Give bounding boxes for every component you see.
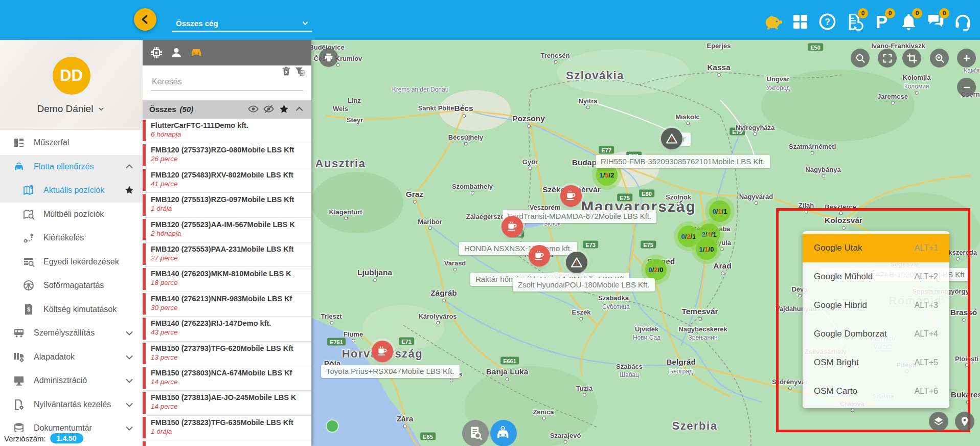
vehicle-group-header[interactable]: Összes (50) [143, 100, 311, 119]
vehicle-map-tooltip: Toyota Prius+RSX047Mobile LBS Kft. [321, 365, 460, 378]
vehicle-name: FMB120 (275523)AA-IM-567Mobile LBS K [151, 220, 308, 229]
apps-grid-icon[interactable] [791, 13, 809, 31]
chevron-down-icon[interactable] [124, 399, 134, 410]
map-place-label: Београд [669, 368, 693, 375]
layer-option-google-utak[interactable]: Google UtakALT+1 [803, 234, 949, 262]
sidebar-item-sof-rmagatart-s[interactable]: Sofőrmagatartás [0, 274, 143, 298]
favorites-star-icon[interactable] [279, 104, 289, 115]
vehicle-stop-marker[interactable] [502, 216, 523, 237]
road-number-badge: E50 [808, 43, 823, 51]
vehicle-list-item[interactable]: FMB150 (273813)AE-JO-245Mobile LBS K14 p… [143, 391, 311, 415]
vehicle-list-item[interactable]: FMB120 (275523)AA-IM-567Mobile LBS K2 hó… [143, 218, 311, 242]
map-place-label: Klagenfurt [329, 208, 362, 216]
vehicle-list-item[interactable]: FMB120 (275373)RZG-080Mobile LBS Kft26 p… [143, 143, 311, 168]
vehicle-name: FMB120 (275373)RZG-080Mobile LBS Kft [151, 146, 308, 154]
hide-all-icon[interactable] [263, 104, 274, 115]
sidebar-item-alapadatok[interactable]: Alapadatok [0, 345, 143, 369]
vehicle-last-report-age: 26 perce [151, 155, 308, 163]
vehicle-list-item[interactable]: FMB150 (273803)NCA-674Mobile LBS Kf14 pe… [143, 366, 311, 391]
poi-button[interactable] [955, 412, 974, 431]
vehicle-list: FlutterCarFTC-111Demo kft.6 hónapjaFMB12… [143, 119, 311, 446]
layer-option-google-hibrid[interactable]: Google HibridALT+3 [803, 291, 949, 320]
chevron-down-icon[interactable] [124, 423, 134, 433]
show-all-icon[interactable] [248, 104, 259, 115]
sidebar-item-adminisztr-ci-[interactable]: Adminisztráció [0, 369, 143, 393]
sidebar-item-label: Személyszállítás [34, 328, 95, 338]
zoom-to-selection-button[interactable] [930, 49, 949, 68]
collapse-sidebar-button[interactable] [134, 8, 156, 31]
vehicle-list-item[interactable]: FMB120 (275553)PAA-231Mobile LBS Kft27 p… [143, 242, 311, 267]
print-map-button[interactable] [319, 48, 338, 67]
vehicles-tab[interactable] [190, 46, 203, 59]
sidebar-item-nyilv-ntart-s-kezel-s[interactable]: Nyilvántartás kezelés [0, 393, 143, 417]
zoom-in-button[interactable] [957, 49, 976, 68]
vehicle-stop-marker[interactable] [372, 341, 393, 362]
sidebar-item-flotta-ellen-rz-s[interactable]: Flotta ellenőrzés [0, 155, 143, 179]
chevron-down-icon[interactable] [124, 352, 134, 362]
map-place-label: Szarajevó [550, 432, 581, 439]
parking-icon[interactable]: P0 [873, 13, 891, 31]
map-place-label: Sankt Pölten [418, 104, 459, 112]
piggy-bank-icon[interactable] [764, 13, 782, 31]
map-place-label: Zenica [533, 408, 554, 416]
chevron-down-icon[interactable] [124, 375, 134, 386]
drivers-tab[interactable] [170, 46, 183, 59]
vehicle-list-item[interactable]: FMB140 (276213)NNR-983Mobile LBS Kf30 pe… [143, 292, 311, 317]
vehicle-list-item[interactable]: FMB120 (275483)RXV-802Mobile LBS Kft41 p… [143, 168, 311, 193]
chevron-up-icon[interactable] [124, 162, 134, 172]
filter-list-icon[interactable] [294, 65, 305, 77]
notifications-icon[interactable]: 0 [900, 13, 918, 31]
vehicle-alert-marker[interactable] [661, 128, 682, 149]
map-place-label: Коломия [904, 83, 929, 90]
map-search-button[interactable] [851, 49, 870, 68]
company-select[interactable]: Összes cég [172, 15, 312, 32]
layer-option-osm-carto[interactable]: OSM CartoALT+6 [803, 377, 949, 406]
devices-tab[interactable] [150, 46, 163, 59]
vehicle-list-item[interactable]: FMB150 (273793)TFG-620Mobile LBS Kft13 p… [143, 342, 311, 366]
user-menu[interactable]: Demo Dániel [37, 103, 106, 115]
layer-option-label: Google Hibrid [814, 300, 867, 310]
zoom-out-button[interactable] [957, 78, 976, 97]
vehicle-alert-marker[interactable] [566, 252, 587, 273]
panel-tab-bar [143, 40, 311, 65]
fullscreen-button[interactable] [878, 49, 897, 68]
vehicle-list-item-partial[interactable] [143, 440, 311, 446]
vehicle-list-item[interactable]: FMB140 (276203)MKM-810Mobile LBS K18 per… [143, 267, 311, 292]
sidebar-item-szem-lysz-ll-t-s[interactable]: Személyszállítás [0, 321, 143, 345]
clear-filter-icon[interactable] [281, 65, 292, 77]
messages-icon[interactable]: 0 [927, 13, 945, 31]
vehicle-list-item[interactable]: FlutterCarFTC-111Demo kft.6 hónapja [143, 119, 311, 143]
vehicle-info-button[interactable] [490, 420, 517, 446]
vehicle-stop-marker[interactable] [529, 245, 550, 266]
report-sync-icon[interactable]: 0 [846, 13, 863, 31]
cluster-count: 2 [654, 266, 657, 274]
vehicle-cluster-marker[interactable]: 1/1/0 [692, 234, 721, 264]
map-canvas[interactable]: SzlovákiaAusztriaMagyarországHorvátorszá… [311, 39, 980, 446]
sidebar-item-m-ltb-li-poz-ci-k[interactable]: Múltbéli pozíciók [0, 203, 143, 227]
sidebar-item-k-lts-g-kimutat-sok[interactable]: $Költség kimutatások [0, 298, 143, 322]
support-headset-icon[interactable] [954, 13, 972, 31]
vehicle-list-item[interactable]: FMB120 (275513)RZG-097Mobile LBS Kft1 ór… [143, 193, 311, 217]
chevron-down-icon[interactable] [124, 328, 134, 338]
vehicle-list-item[interactable]: FMB140 (276223)RIJ-147Demo kft.43 perce [143, 317, 311, 341]
collapse-group-icon[interactable] [294, 104, 305, 115]
vehicle-list-item[interactable]: FMB150 (273823)TFG-635Mobile LBS Kft1 ór… [143, 416, 311, 440]
layers-button[interactable] [929, 412, 948, 431]
sidebar-item-egyedi-lek-rdez-sek[interactable]: Egyedi lekérdezések [0, 250, 143, 274]
road-number-badge: E65 [420, 433, 436, 440]
vehicle-map-tooltip: Zsolt HyundaiPOU-180Mobile LBS Kft. [513, 278, 655, 292]
sidebar-item-m-szerfal[interactable]: Műszerfal [0, 131, 143, 155]
area-select-button[interactable] [902, 49, 921, 68]
dashboard-icon [13, 137, 25, 149]
layer-option-osm-bright[interactable]: OSM BrightALT+5 [803, 348, 949, 377]
map-place-label: Brassó [950, 308, 977, 317]
vehicle-stop-marker[interactable] [560, 185, 582, 207]
vehicle-last-report-age: 14 perce [151, 403, 308, 410]
layer-option-google-m-hold[interactable]: Google MűholdALT+2 [803, 262, 949, 291]
favorite-star-icon[interactable] [124, 185, 134, 195]
sidebar-item-aktu-lis-poz-ci-k[interactable]: Aktuális pozíciók [0, 179, 143, 203]
layer-option-google-domborzat[interactable]: Google DomborzatALT+4 [803, 320, 949, 348]
sidebar-item-ki-rt-kel-s[interactable]: Kiértékelés [0, 226, 143, 250]
help-icon[interactable]: ? [818, 13, 836, 31]
report-lookup-button[interactable] [462, 420, 489, 446]
